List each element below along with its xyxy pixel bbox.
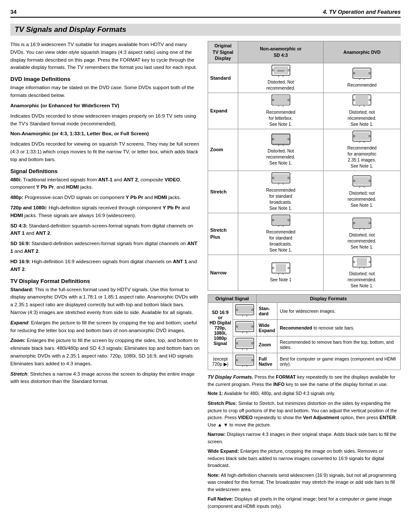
nonanamorphic-text: Indicates DVDs recorded for viewing on s… [10,140,200,163]
table-row-except-720p: (except720p ▶) FullNative [208,353,401,370]
icon-cell-narrow-sd: See Note 1 [238,255,324,291]
table-row-hd-wide: WideExpand Recommended to remove side ba… [208,320,401,336]
icon-cell-zoom-sd: Distorted. Notrecommended.See Note 1. [238,129,324,171]
svg-rect-87 [237,339,253,347]
signal-section-title: Signal Definitions [10,168,200,174]
tv-icon-expand-ana [352,94,371,107]
table-row: Stretch Recommendedfor standardbroadcast… [208,171,401,213]
tv-icon-narrow-sd [271,262,290,275]
recommended-label: Recommended [325,82,399,88]
signal-sd169: SD 16:9: Standard-definition widescreen-… [10,240,200,255]
narrow-note: Narrow: Displays narrow 4:3 images in th… [208,431,401,445]
svg-rect-81 [237,323,253,330]
tv-icon-stretch-ana [352,175,371,188]
svg-rect-93 [237,356,253,364]
display-formats-header-formats: Display Formats [256,295,401,303]
icon-cell-stretch-ana: Distorted; notrecommended.See Note 1. [324,171,401,213]
svg-point-71 [369,261,371,263]
svg-rect-57 [354,219,370,227]
dvd-section-title: DVD Image Definitions [10,76,200,82]
table-row-hd-zoom: Zoom Recommended to remove bars from the… [208,336,401,353]
tv-icon-zoom-ana [352,131,371,143]
format-wideexpand-label: WideExpand [256,320,277,336]
icon-hd-signal-1 [233,303,256,320]
page-number: 34 [10,9,16,15]
except-720p-label: (except720p ▶) [208,353,233,370]
svg-point-22 [369,99,371,101]
table-row: StretchPlus Recommendedfor standardbroad… [208,213,401,255]
table-row: Standard distort Distorte [208,63,401,93]
icon-cell-standard-ana: Recommended [324,63,401,93]
display-formats-header-signal: Original Signal [208,295,257,303]
icon-cell-expand-sd: Recommendedfor letterbox.See Note 1. [238,93,324,129]
table-header-signal: OriginalTV SignalDisplay [208,41,238,63]
two-column-layout: This is a 16:9 widescreen TV suitable fo… [10,41,401,512]
full-native-note: Full Native: Displays all pixels in the … [208,495,401,510]
format-zoom-desc: Recommended to remove bars from the top,… [277,336,401,353]
format-zoom: Zoom: Enlarges the picture to fill the s… [10,337,200,367]
table-row: Narrow See Note 1 [208,255,401,291]
svg-rect-51 [273,216,289,224]
svg-rect-75 [237,306,253,314]
svg-point-21 [353,99,355,101]
table-header-anamorphic: Anamorphic DVD [324,41,401,63]
format-label-expand: Expand [208,93,238,129]
svg-rect-69 [357,258,367,266]
icon-cell-stretchplus-ana: Distorted; notrecommended.See Note 1. [324,213,401,255]
left-column: This is a 16:9 widescreen TV suitable fo… [10,41,200,512]
right-column: OriginalTV SignalDisplay Non-anamorphic … [208,41,401,512]
section-title: TV Signals and Display Formats [10,24,401,36]
svg-text:distort: distort [277,69,284,72]
svg-rect-39 [273,174,289,182]
tv-display-section-title: TV Display Format Definitions [10,278,200,284]
format-standard-desc: Use for widescreen images. [277,303,401,320]
icon-cell-stretchplus-sd: Recommendedfor standardbroadcasts.See No… [238,213,324,255]
svg-rect-33 [354,132,370,140]
table-header-nonanamorphic: Non-anamorphic orSD 4:3 [238,41,324,63]
svg-rect-14 [273,95,289,105]
chapter-title: 4. TV Operation and Features [323,9,401,15]
format-standard: Standard: This is the full-screen format… [10,286,200,317]
tv-icon-standard-ana [352,68,371,81]
page-header: 34 4. TV Operation and Features [10,9,401,18]
anamorphic-title: Anamorphic (or Enhanced for WideScreen T… [10,102,200,110]
table-row: Zoom Distorted. Notrecom [208,129,401,171]
format-label-narrow: Narrow [208,255,238,291]
svg-point-65 [288,267,290,269]
format-stretch: Stretch: Stretches a narrow 4:3 image ac… [10,370,200,386]
recommended-zoom-label: Recommendedfor anamorphic2.35:1 images.S… [325,145,399,169]
display-formats-table: Original Signal Display Formats SD 16:9 … [208,294,401,370]
note-all: Note: All high-definition channels send … [208,472,401,493]
icon-cell-narrow-ana: Distorted; notrecommended.See Note 1. [324,255,401,291]
icon-hd-signal-3 [233,336,256,353]
tv-icon-stretchplus-sd [271,215,290,227]
format-comparison-table: OriginalTV SignalDisplay Non-anamorphic … [208,41,401,291]
tv-icon-narrow-ana [352,256,371,269]
table-row-hd-standard: SD 16:9 orHD Digital720p,1080i,1080pSign… [208,303,401,320]
format-standard-label: Stan-dard [256,303,277,320]
nonanamorphic-title: Non-Anamorphic (or 4:3, 1:33:1, Letter B… [10,130,200,138]
tv-icon-stretchplus-ana [352,218,371,230]
format-fullnative-label: FullNative [256,353,277,370]
format-label-zoom: Zoom [208,129,238,171]
svg-rect-45 [354,177,370,185]
icon-except-signal [233,353,256,370]
format-label-standard: Standard [208,63,238,93]
icon-cell-expand-ana: Distorted; notrecommended.See Note 1. [324,93,401,129]
dvd-intro: Image information may be stated on the D… [10,84,200,100]
tv-icon-expand-sd [271,94,290,107]
anamorphic-text: Indicates DVDs recorded to show widescre… [10,112,200,128]
tv-display-note: TV Display Formats. Press the FORMAT key… [208,373,401,388]
signal-label-hd: SD 16:9 orHD Digital720p,1080i,1080pSign… [208,303,233,353]
svg-point-64 [272,267,274,269]
page: 34 4. TV Operation and Features TV Signa… [0,0,411,532]
icon-hd-signal-2 [233,320,256,336]
format-label-stretch-plus: StretchPlus [208,213,238,255]
signal-720p-1080i: 720p and 1080i: High-definition signals … [10,204,200,220]
tv-icon-standard-sd: distort [271,65,290,78]
format-label-stretch: Stretch [208,171,238,213]
signal-sd43: SD 4:3: Standard-definition squarish-scr… [10,222,200,238]
tv-icon-stretch-sd [271,172,290,185]
svg-rect-63 [276,264,286,272]
signal-hd169: HD 16:9: High-definition 16:9 widescreen… [10,258,200,274]
